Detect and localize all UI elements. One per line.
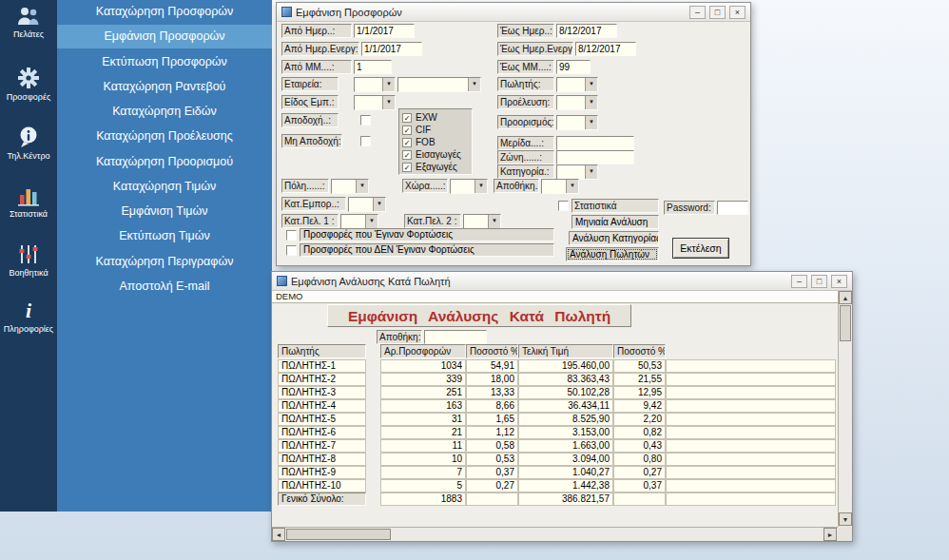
- warehouse-filter-field[interactable]: [424, 330, 487, 344]
- offers-titlebar[interactable]: Εμφάνιση Προσφορών – □ ×: [277, 3, 750, 22]
- sidebar-item-statistika[interactable]: Στατιστικά: [0, 184, 57, 219]
- vertical-scroll-thumb[interactable]: [840, 305, 851, 341]
- menu-item[interactable]: Αποστολή E-mail: [57, 275, 272, 299]
- table-row[interactable]: ΠΩΛΗΤΗΣ-4 163 8,66 36.434,11 9,42: [272, 399, 838, 413]
- chevron-down-icon[interactable]: ▼: [373, 198, 385, 211]
- monthly-analysis-button[interactable]: Μηνιαία Ανάλυση: [571, 215, 659, 229]
- table-row[interactable]: ΠΩΛΗΤΗΣ-3 251 13,33 50.102,28 12,95: [272, 386, 838, 399]
- scroll-up-icon[interactable]: ▲: [839, 291, 852, 304]
- minimize-button[interactable]: –: [791, 275, 807, 288]
- menu-item[interactable]: Καταχώρηση Ραντεβού: [57, 75, 272, 99]
- sidebar-item-til-kentro[interactable]: Τηλ.Κέντρο: [0, 126, 57, 161]
- table-row[interactable]: ΠΩΛΗΤΗΣ-2 339 18,00 83.363,43 21,55: [272, 373, 838, 386]
- menu-item[interactable]: Καταχώρηση Ειδών: [57, 100, 272, 124]
- chevron-down-icon[interactable]: ▼: [585, 78, 597, 91]
- origin-dropdown[interactable]: ▼: [556, 95, 598, 110]
- cust-cat2-dropdown[interactable]: ▼: [463, 214, 501, 229]
- menu-item[interactable]: Καταχώρηση Τιμών: [57, 175, 272, 199]
- menu-item[interactable]: Καταχώρηση Προορισμού: [57, 150, 272, 174]
- destination-dropdown[interactable]: ▼: [556, 115, 598, 130]
- table-row[interactable]: ΠΩΛΗΤΗΣ-8 10 0,53 3.094,00 0,80: [272, 453, 838, 466]
- zone-field[interactable]: [556, 150, 634, 164]
- chevron-down-icon[interactable]: ▼: [365, 215, 378, 228]
- minimize-button[interactable]: –: [689, 6, 706, 19]
- menu-item[interactable]: Εκτύπωση Προσφορών: [57, 50, 272, 74]
- to-mm-field[interactable]: 99: [556, 60, 591, 74]
- table-row[interactable]: ΠΩΛΗΤΗΣ-5 31 1,65 8.525,90 2,20: [272, 413, 838, 426]
- chevron-down-icon[interactable]: ▼: [382, 96, 395, 109]
- sellers-analysis-button[interactable]: Ανάλυση Πωλητών: [566, 247, 659, 261]
- vertical-scrollbar[interactable]: ▲ ▼: [838, 291, 852, 527]
- to-date-act-field[interactable]: 8/12/2017: [575, 42, 636, 56]
- incoterm-imports[interactable]: ✓Εισαγωγές: [402, 148, 469, 161]
- incoterm-cif[interactable]: ✓CIF: [402, 124, 469, 136]
- table-row[interactable]: ΠΩΛΗΤΗΣ-10 5 0,27 1.442,38 0,37: [272, 479, 838, 492]
- not-accept-checkbox[interactable]: [360, 136, 371, 146]
- horizontal-scroll-thumb[interactable]: [286, 529, 391, 540]
- incoterm-exw[interactable]: ✓EXW: [402, 111, 469, 124]
- incoterm-exports[interactable]: ✓Εξαγωγές: [402, 161, 469, 173]
- execute-button[interactable]: Εκτέλεση: [672, 238, 729, 259]
- trade-cat-dropdown[interactable]: ▼: [348, 197, 386, 212]
- from-date-act-field[interactable]: 1/1/2017: [361, 42, 422, 56]
- category-dropdown[interactable]: ▼: [556, 164, 598, 180]
- table-row[interactable]: ΠΩΛΗΤΗΣ-6 21 1,12 3.153,00 0,82: [272, 426, 838, 439]
- chevron-down-icon[interactable]: ▼: [356, 180, 368, 193]
- goods-type-dropdown[interactable]: ▼: [354, 95, 396, 110]
- checkbox-checked-icon[interactable]: ✓: [402, 163, 412, 172]
- table-row[interactable]: ΠΩΛΗΤΗΣ-7 11 0,58 1.663,00 0,43: [272, 439, 838, 453]
- scroll-left-icon[interactable]: ◄: [272, 528, 285, 541]
- sidebar-item-prosfores[interactable]: Προσφορές: [0, 67, 57, 102]
- chevron-down-icon[interactable]: ▼: [585, 165, 597, 179]
- scroll-down-icon[interactable]: ▼: [839, 512, 852, 526]
- not-loaded-checkbox[interactable]: [286, 245, 297, 256]
- country-dropdown[interactable]: ▼: [450, 179, 488, 194]
- from-mm-field[interactable]: 1: [354, 60, 392, 74]
- chevron-down-icon[interactable]: ▼: [566, 180, 578, 193]
- maximize-button[interactable]: □: [709, 6, 726, 19]
- checkbox-checked-icon[interactable]: ✓: [402, 150, 412, 160]
- scroll-right-icon[interactable]: ►: [823, 528, 837, 541]
- pct-price-cell: 12,95: [613, 386, 666, 399]
- close-button[interactable]: ×: [729, 6, 746, 19]
- menu-item[interactable]: Καταχώρηση Περιγραφών: [57, 250, 272, 274]
- warehouse-dropdown[interactable]: ▼: [541, 179, 579, 194]
- to-date-field[interactable]: 8/12/2017: [556, 24, 617, 38]
- menu-item[interactable]: Καταχώρηση Προσφορών: [57, 0, 272, 24]
- company-name-dropdown[interactable]: ▼: [397, 77, 481, 92]
- loaded-checkbox[interactable]: [286, 230, 297, 241]
- menu-item[interactable]: Εμφάνιση Τιμών: [57, 200, 272, 223]
- sidebar-item-voithitika[interactable]: Βοηθητικά: [0, 243, 57, 278]
- maximize-button[interactable]: □: [811, 275, 827, 288]
- menu-item[interactable]: Καταχώρηση Προέλευσης: [57, 125, 272, 148]
- cust-cat1-dropdown[interactable]: ▼: [340, 214, 378, 229]
- sidebar-item-plirofories[interactable]: i Πληροφορίες: [0, 300, 57, 334]
- chevron-down-icon[interactable]: ▼: [474, 180, 487, 193]
- chevron-down-icon[interactable]: ▼: [585, 116, 597, 129]
- city-dropdown[interactable]: ▼: [331, 179, 369, 194]
- category-analysis-button[interactable]: Ανάλυση Κατηγορίας: [569, 231, 659, 245]
- chevron-down-icon[interactable]: ▼: [468, 78, 480, 91]
- menu-item-selected[interactable]: Εμφάνιση Προσφορών: [57, 25, 272, 48]
- seller-dropdown[interactable]: ▼: [556, 77, 598, 92]
- password-field[interactable]: [717, 201, 748, 215]
- menu-item[interactable]: Εκτύπωση Τιμών: [57, 224, 272, 248]
- close-button[interactable]: ×: [831, 275, 847, 288]
- horizontal-scrollbar[interactable]: ◄ ►: [272, 527, 838, 541]
- accept-checkbox[interactable]: [360, 115, 371, 126]
- statistics-checkbox[interactable]: [558, 201, 569, 211]
- portion-field[interactable]: [556, 136, 634, 150]
- checkbox-checked-icon[interactable]: ✓: [402, 126, 412, 135]
- checkbox-checked-icon[interactable]: ✓: [402, 138, 412, 147]
- checkbox-checked-icon[interactable]: ✓: [402, 113, 412, 123]
- table-row[interactable]: ΠΩΛΗΤΗΣ-1 1034 54,91 195.460,00 50,53: [272, 359, 838, 373]
- table-row[interactable]: ΠΩΛΗΤΗΣ-9 7 0,37 1.040,27 0,27: [272, 466, 838, 479]
- sidebar-item-pelates[interactable]: Πελάτες: [0, 6, 57, 39]
- chevron-down-icon[interactable]: ▼: [488, 215, 500, 228]
- analysis-titlebar[interactable]: Εμφάνιση Ανάλυσης Κατά Πωλητή – □ ×: [272, 272, 852, 291]
- chevron-down-icon[interactable]: ▼: [382, 78, 395, 91]
- chevron-down-icon[interactable]: ▼: [585, 96, 597, 109]
- incoterm-fob[interactable]: ✓FOB: [402, 136, 469, 148]
- company-code-dropdown[interactable]: ▼: [354, 77, 396, 92]
- from-date-field[interactable]: 1/1/2017: [354, 24, 415, 38]
